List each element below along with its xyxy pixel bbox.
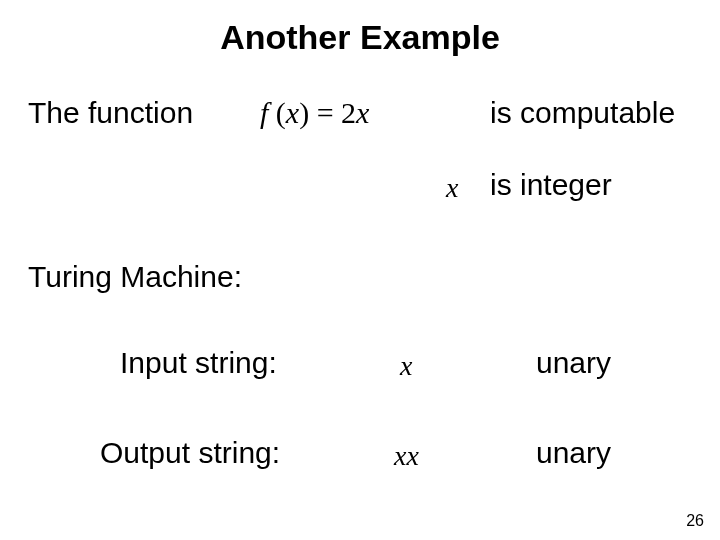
formula-x2: x — [356, 96, 369, 129]
text-turing-machine: Turing Machine: — [28, 260, 242, 294]
formula-x: x — [286, 96, 299, 129]
formula-close-paren: ) — [299, 96, 317, 129]
text-output-string: Output string: — [100, 436, 280, 470]
formula-eq-2: = 2 — [317, 96, 356, 129]
text-input-unary: unary — [536, 346, 611, 380]
text-is-integer: is integer — [490, 168, 612, 202]
formula-fx-2x: f (x) = 2x — [260, 96, 369, 130]
text-is-computable: is computable — [490, 96, 675, 130]
text-output-unary: unary — [536, 436, 611, 470]
symbol-x: x — [446, 172, 458, 204]
slide-title: Another Example — [0, 18, 720, 57]
page-number: 26 — [686, 512, 704, 530]
text-the-function: The function — [28, 96, 193, 130]
formula-open-paren: ( — [268, 96, 286, 129]
symbol-input-x: x — [400, 350, 412, 382]
slide: Another Example The function f (x) = 2x … — [0, 0, 720, 540]
symbol-output-xx: xx — [394, 440, 419, 472]
text-input-string: Input string: — [120, 346, 277, 380]
